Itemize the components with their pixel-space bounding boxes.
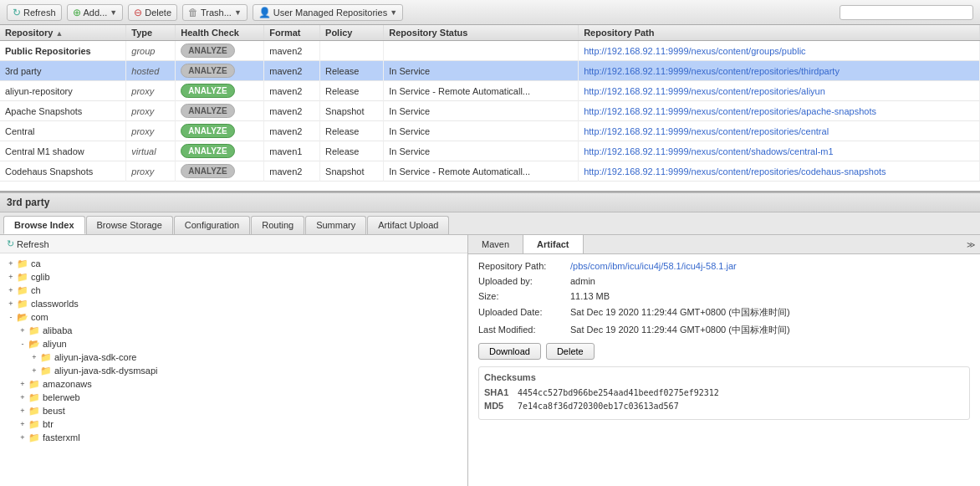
user-managed-dropdown-arrow: ▼ (390, 8, 397, 17)
sha1-row: SHA1 4454cc527bd966be254aad41beedf0275ef… (484, 387, 964, 397)
list-item[interactable]: +ca (0, 257, 467, 270)
user-managed-button[interactable]: 👤 User Managed Repositories ▼ (253, 4, 403, 21)
repo-policy-cell: Release (320, 61, 384, 81)
repo-type-cell: group (126, 41, 176, 61)
col-status[interactable]: Repository Status (384, 25, 579, 41)
tab-summary[interactable]: Summary (305, 216, 366, 234)
col-type[interactable]: Type (126, 25, 176, 41)
col-health-check[interactable]: Health Check (176, 25, 264, 41)
repo-path-cell[interactable]: http://192.168.92.11:9999/nexus/content/… (579, 121, 980, 141)
list-item[interactable]: +amazonaws (0, 377, 467, 391)
tree-toolbar: ↻ Refresh (0, 235, 467, 253)
list-item[interactable]: +alibaba (0, 324, 467, 337)
expand-tree-icon[interactable]: + (5, 271, 17, 283)
repo-health-check-cell[interactable]: ANALYZE (176, 81, 264, 101)
list-item[interactable]: -com (0, 310, 467, 324)
repo-name-cell: Public Repositories (0, 41, 126, 61)
size-label: Size: (478, 291, 570, 301)
col-policy[interactable]: Policy (320, 25, 384, 41)
list-item[interactable]: +btr (0, 417, 467, 431)
folder-closed-icon (28, 325, 40, 336)
checksums-section: Checksums SHA1 4454cc527bd966be254aad41b… (478, 366, 970, 420)
detail-content: Repository Path: /pbs/com/ibm/icu/icu4j/… (468, 254, 980, 427)
refresh-button[interactable]: ↻ Refresh (7, 4, 62, 21)
repo-health-check-cell[interactable]: ANALYZE (176, 161, 264, 182)
table-row[interactable]: 3rd partyhostedANALYZEmaven2ReleaseIn Se… (0, 61, 980, 81)
repo-policy-cell: Snapshot (320, 161, 384, 182)
repo-type-cell: hosted (126, 61, 176, 81)
delete-artifact-button[interactable]: Delete (546, 343, 595, 360)
table-row[interactable]: Central M1 shadowvirtualANALYZEmaven1Rel… (0, 141, 980, 161)
repo-path-cell[interactable]: http://192.168.92.11:9999/nexus/content/… (579, 101, 980, 121)
repo-path-link[interactable]: /pbs/com/ibm/icu/icu4j/58.1/icu4j-58.1.j… (570, 261, 737, 271)
expand-tree-icon[interactable]: + (17, 391, 28, 403)
table-row[interactable]: CentralproxyANALYZEmaven2ReleaseIn Servi… (0, 121, 980, 141)
download-button[interactable]: Download (478, 343, 541, 360)
repo-path-cell[interactable]: http://192.168.92.11:9999/nexus/content/… (579, 61, 980, 81)
expand-tree-icon[interactable]: + (17, 325, 28, 336)
repo-type-cell: proxy (126, 101, 176, 121)
expand-tree-icon[interactable]: + (17, 432, 28, 443)
trash-button[interactable]: 🗑 Trash... ▼ (182, 4, 248, 21)
repo-path-cell[interactable]: http://192.168.92.11:9999/nexus/content/… (579, 41, 980, 61)
repo-path-label: Repository Path: (478, 261, 570, 271)
expand-tree-icon[interactable]: + (5, 298, 17, 310)
collapse-tree-icon[interactable]: - (5, 311, 17, 323)
collapse-tree-icon[interactable]: - (17, 338, 28, 350)
list-item[interactable]: +belerweb (0, 391, 467, 404)
expand-tree-icon[interactable]: + (5, 258, 17, 269)
repo-name-cell: 3rd party (0, 61, 126, 81)
list-item[interactable]: +aliyun-java-sdk-dysmsapi (0, 364, 467, 377)
repo-health-check-cell[interactable]: ANALYZE (176, 61, 264, 81)
list-item[interactable]: +ch (0, 284, 467, 297)
repo-path-cell[interactable]: http://192.168.92.11:9999/nexus/content/… (579, 161, 980, 182)
col-format[interactable]: Format (264, 25, 320, 41)
add-button[interactable]: ⊕ Add... ▼ (67, 4, 124, 21)
repo-path-cell[interactable]: http://192.168.92.11:9999/nexus/content/… (579, 81, 980, 101)
folder-closed-icon (17, 258, 28, 269)
table-row[interactable]: Public RepositoriesgroupANALYZEmaven2htt… (0, 41, 980, 61)
uploaded-by-label: Uploaded by: (478, 276, 570, 286)
table-row[interactable]: aliyun-repositoryproxyANALYZEmaven2Relea… (0, 81, 980, 101)
repo-status-cell: In Service (384, 121, 579, 141)
repo-health-check-cell[interactable]: ANALYZE (176, 41, 264, 61)
expand-tree-icon[interactable]: + (17, 418, 28, 430)
list-item[interactable]: +classworlds (0, 297, 467, 310)
repo-type-cell: proxy (126, 161, 176, 182)
col-repository[interactable]: Repository ▲ (0, 25, 126, 41)
collapse-button[interactable]: ≫ (962, 235, 980, 253)
table-row[interactable]: Apache SnapshotsproxyANALYZEmaven2Snapsh… (0, 101, 980, 121)
list-item[interactable]: +beust (0, 404, 467, 417)
tab-artifact-upload[interactable]: Artifact Upload (367, 216, 449, 234)
list-item[interactable]: +cglib (0, 270, 467, 284)
table-row[interactable]: Codehaus SnapshotsproxyANALYZEmaven2Snap… (0, 161, 980, 182)
expand-tree-icon[interactable]: + (17, 405, 28, 417)
repo-health-check-cell[interactable]: ANALYZE (176, 141, 264, 161)
repo-status-cell: In Service (384, 101, 579, 121)
tree-refresh-button[interactable]: ↻ Refresh (7, 238, 49, 249)
expand-tree-icon[interactable]: + (17, 378, 28, 390)
repo-path-cell[interactable]: http://192.168.92.11:9999/nexus/content/… (579, 141, 980, 161)
tab-configuration[interactable]: Configuration (174, 216, 250, 234)
search-input[interactable] (840, 5, 973, 20)
expand-tree-icon[interactable]: + (28, 365, 40, 376)
last-modified-row: Last Modified: Sat Dec 19 2020 11:29:44 … (478, 324, 970, 336)
list-item[interactable]: +fasterxml (0, 431, 467, 444)
tab-browse-storage[interactable]: Browse Storage (86, 216, 173, 234)
repo-policy-cell: Snapshot (320, 101, 384, 121)
col-path[interactable]: Repository Path (579, 25, 980, 41)
repo-health-check-cell[interactable]: ANALYZE (176, 121, 264, 141)
detail-tab-artifact[interactable]: Artifact (523, 235, 584, 253)
list-item[interactable]: +aliyun-java-sdk-core (0, 350, 467, 364)
detail-tab-maven[interactable]: Maven (468, 235, 523, 253)
delete-button[interactable]: ⊖ Delete (128, 4, 177, 21)
tree-item-label: cglib (31, 272, 50, 282)
sort-arrow-repository: ▲ (56, 29, 64, 38)
repo-health-check-cell[interactable]: ANALYZE (176, 101, 264, 121)
tab-routing[interactable]: Routing (251, 216, 304, 234)
expand-tree-icon[interactable]: + (5, 284, 17, 296)
tab-browse-index[interactable]: Browse Index (3, 216, 85, 234)
expand-tree-icon[interactable]: + (28, 351, 40, 363)
list-item[interactable]: -aliyun (0, 337, 467, 350)
folder-closed-icon (17, 298, 28, 310)
